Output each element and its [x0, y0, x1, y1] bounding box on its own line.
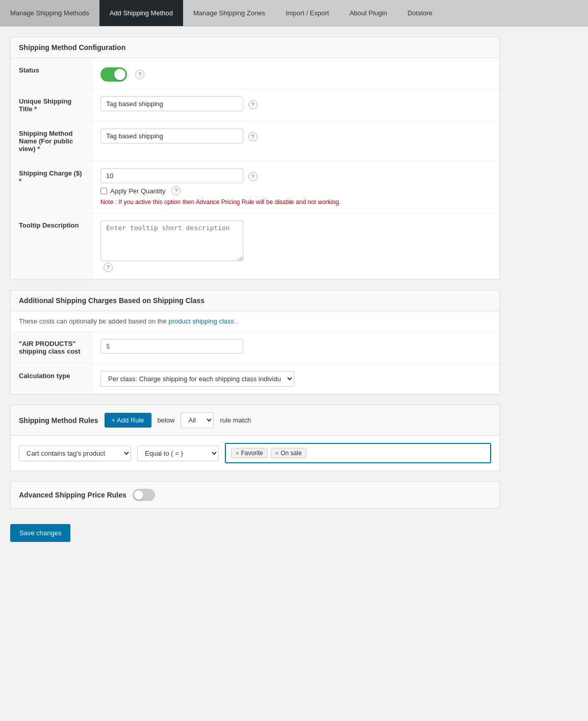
- nav-item-zones[interactable]: Manage Shipping Zones: [183, 0, 275, 26]
- advanced-rules-card: Advanced Shipping Price Rules: [10, 481, 500, 509]
- shipping-charge-row: Shipping Charge ($) * ? Apply Per Quanti…: [11, 161, 499, 213]
- tooltip-row: Tooltip Description ?: [11, 213, 499, 279]
- rules-header: Shipping Method Rules + Add Rule below A…: [11, 405, 499, 436]
- below-label: below: [158, 416, 175, 424]
- status-help-icon[interactable]: ?: [135, 70, 144, 79]
- nav-item-manage[interactable]: Manage Shipping Methods: [0, 0, 99, 26]
- air-products-field: [92, 332, 499, 363]
- add-rule-button[interactable]: + Add Rule: [105, 413, 151, 428]
- shipping-charge-label: Shipping Charge ($) *: [11, 161, 92, 213]
- status-toggle[interactable]: [100, 67, 127, 82]
- unique-title-row: Unique Shipping Title * ?: [11, 89, 499, 121]
- advanced-rules-toggle[interactable]: [133, 489, 155, 501]
- nav-bar: Manage Shipping Methods Add Shipping Met…: [0, 0, 588, 27]
- unique-title-required: *: [34, 105, 37, 113]
- unique-title-field: ?: [92, 89, 499, 121]
- calculation-type-select[interactable]: Per class: Charge shipping for each ship…: [100, 371, 294, 387]
- shipping-charge-required: *: [19, 177, 21, 185]
- nav-item-import[interactable]: Import / Export: [275, 0, 339, 26]
- calculation-type-row: Calculation type Per class: Charge shipp…: [11, 364, 499, 394]
- tag-onsale: × On sale: [271, 448, 306, 458]
- tooltip-textarea[interactable]: [100, 220, 243, 261]
- apply-per-qty-checkbox[interactable]: [100, 188, 107, 194]
- rule-operator-select[interactable]: Equal to ( = ) Not equal to ( ≠ ) Contai…: [137, 445, 219, 461]
- status-toggle-wrap: ?: [100, 67, 491, 82]
- nav-item-about[interactable]: About Plugin: [339, 0, 397, 26]
- shipping-charge-help-icon[interactable]: ?: [248, 172, 258, 181]
- save-changes-button[interactable]: Save changes: [10, 524, 70, 542]
- tag-favorite-label: Favorite: [241, 450, 263, 457]
- apply-per-qty-label: Apply Per Quantity: [110, 187, 165, 195]
- air-products-label: "AIR PRODUCTS" shipping class cost: [11, 332, 92, 363]
- shipping-config-card: Shipping Method Configuration Status ? U…: [10, 37, 500, 280]
- apply-per-qty-row: Apply Per Quantity ?: [100, 186, 491, 195]
- shipping-config-title: Shipping Method Configuration: [11, 37, 499, 58]
- status-label: Status: [11, 58, 92, 89]
- shipping-rules-card: Shipping Method Rules + Add Rule below A…: [10, 405, 500, 471]
- shipping-charge-field: ? Apply Per Quantity ? Note : If you act…: [92, 161, 499, 213]
- status-field: ?: [92, 58, 499, 89]
- unique-title-label: Unique Shipping Title *: [11, 89, 92, 121]
- page-content: Shipping Method Configuration Status ? U…: [0, 27, 510, 562]
- method-name-label: Shipping Method Name (For public view) *: [11, 121, 92, 161]
- tag-onsale-remove[interactable]: ×: [275, 450, 278, 456]
- additional-charges-title: Additional Shipping Charges Based on Shi…: [11, 290, 499, 311]
- product-shipping-class-link[interactable]: product shipping class: [168, 317, 234, 325]
- rules-title: Shipping Method Rules: [19, 416, 98, 425]
- status-row: Status ?: [11, 58, 499, 89]
- shipping-charge-note: Note : If you active this option then Ad…: [100, 198, 491, 206]
- nav-item-add[interactable]: Add Shipping Method: [99, 0, 183, 26]
- tooltip-label: Tooltip Description: [11, 213, 92, 279]
- tag-onsale-label: On sale: [280, 450, 301, 457]
- unique-title-input[interactable]: [100, 96, 243, 111]
- additional-charges-info: These costs can optionally be added base…: [11, 311, 499, 332]
- apply-per-qty-help-icon[interactable]: ?: [171, 186, 181, 195]
- rule-match-label: rule match: [220, 416, 251, 424]
- air-products-input[interactable]: [100, 339, 243, 354]
- advanced-rules-header: Advanced Shipping Price Rules: [11, 482, 499, 508]
- method-name-help-icon[interactable]: ?: [248, 132, 258, 141]
- advanced-rules-slider: [133, 489, 155, 501]
- rule-condition-select[interactable]: Cart contains tag's product Cart does no…: [19, 445, 131, 461]
- shipping-charge-input[interactable]: [100, 168, 243, 183]
- method-name-required: *: [37, 145, 40, 153]
- method-name-field: ?: [92, 121, 499, 161]
- rule-row: Cart contains tag's product Cart does no…: [11, 436, 499, 470]
- tooltip-field: ?: [92, 213, 499, 279]
- tag-favorite: × Favorite: [231, 448, 268, 458]
- air-products-row: "AIR PRODUCTS" shipping class cost: [11, 332, 499, 364]
- tag-favorite-remove[interactable]: ×: [236, 450, 239, 456]
- method-name-row: Shipping Method Name (For public view) *…: [11, 121, 499, 161]
- additional-charges-card: Additional Shipping Charges Based on Shi…: [10, 290, 500, 394]
- method-name-input[interactable]: [100, 129, 243, 143]
- unique-title-help-icon[interactable]: ?: [248, 100, 258, 109]
- calculation-type-field: Per class: Charge shipping for each ship…: [92, 364, 499, 394]
- rule-match-all-select[interactable]: All Any: [181, 412, 214, 428]
- status-slider: [100, 67, 127, 82]
- tag-input-box[interactable]: × Favorite × On sale: [225, 443, 491, 463]
- advanced-rules-title: Advanced Shipping Price Rules: [19, 491, 126, 499]
- nav-item-dotstore[interactable]: Dotstore: [397, 0, 443, 26]
- calculation-type-label: Calculation type: [11, 364, 92, 394]
- tooltip-help-icon[interactable]: ?: [104, 263, 113, 272]
